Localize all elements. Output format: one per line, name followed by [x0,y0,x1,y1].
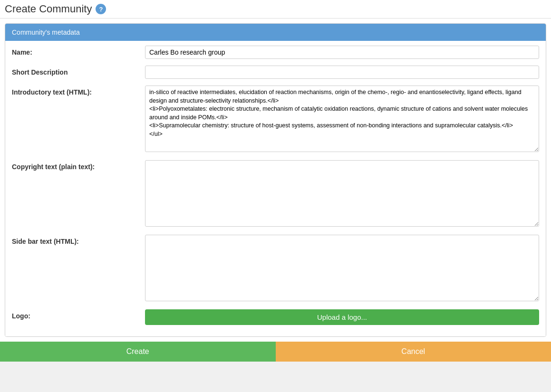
footer-buttons: Create Cancel [0,342,551,362]
introductory-control-wrap: in-silico of reactive intermediates, elu… [145,86,539,153]
page-header: Create Community ? [0,0,551,19]
short-description-input[interactable] [145,66,539,79]
name-label: Name: [12,46,145,56]
short-description-label: Short Description [12,66,145,76]
name-input[interactable] [145,46,539,59]
introductory-row: Introductory text (HTML): in-silico of r… [12,86,539,153]
copyright-textarea[interactable] [145,160,539,227]
section-header: Community's metadata [5,24,546,41]
introductory-textarea[interactable]: in-silico of reactive intermediates, elu… [145,86,539,152]
sidebar-control-wrap [145,235,539,303]
sidebar-textarea[interactable] [145,235,539,301]
logo-control-wrap: Upload a logo... [145,309,539,325]
page-title: Create Community [5,3,92,15]
page-wrapper: Create Community ? Community's metadata … [0,0,551,362]
logo-row: Logo: Upload a logo... [12,309,539,325]
sidebar-label: Side bar text (HTML): [12,235,145,245]
upload-logo-button[interactable]: Upload a logo... [145,309,539,325]
copyright-row: Copyright text (plain text): [12,160,539,228]
name-control-wrap [145,46,539,59]
short-description-control-wrap [145,66,539,79]
create-button[interactable]: Create [0,342,276,362]
name-row: Name: [12,46,539,59]
short-description-row: Short Description [12,66,539,79]
logo-label: Logo: [12,309,145,320]
sidebar-row: Side bar text (HTML): [12,235,539,303]
form-container: Community's metadata Name: Short Descrip… [5,23,546,337]
introductory-label: Introductory text (HTML): [12,86,145,96]
help-icon[interactable]: ? [96,4,106,14]
copyright-label: Copyright text (plain text): [12,160,145,171]
copyright-control-wrap [145,160,539,228]
form-body: Name: Short Description Introductory tex… [5,41,546,336]
cancel-button[interactable]: Cancel [276,342,551,362]
